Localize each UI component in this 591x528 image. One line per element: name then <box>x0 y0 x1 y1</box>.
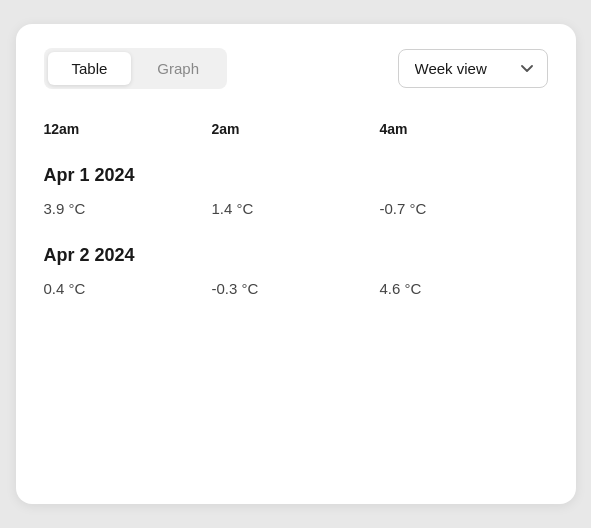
view-toggle-group: Table Graph <box>44 48 228 89</box>
time-header-12am: 12am <box>44 117 212 141</box>
week-view-select[interactable]: Week view Day view Month view <box>398 49 548 88</box>
temp-apr1-2am: 1.4 °C <box>212 200 380 217</box>
date-heading-apr1: Apr 1 2024 <box>44 165 548 186</box>
temp-apr2-12am: 0.4 °C <box>44 280 212 297</box>
main-card: Table Graph Week view Day view Month vie… <box>16 24 576 504</box>
temp-apr2-4am: 4.6 °C <box>380 280 548 297</box>
top-bar: Table Graph Week view Day view Month vie… <box>44 48 548 89</box>
temp-apr2-2am: -0.3 °C <box>212 280 380 297</box>
table-tab[interactable]: Table <box>48 52 132 85</box>
time-header-row: 12am 2am 4am <box>44 117 548 149</box>
temp-row-apr1: 3.9 °C 1.4 °C -0.7 °C <box>44 200 548 217</box>
temp-apr1-12am: 3.9 °C <box>44 200 212 217</box>
graph-tab[interactable]: Graph <box>133 52 223 85</box>
time-header-2am: 2am <box>212 117 380 141</box>
date-heading-apr2: Apr 2 2024 <box>44 245 548 266</box>
temp-row-apr2: 0.4 °C -0.3 °C 4.6 °C <box>44 280 548 297</box>
temp-apr1-4am: -0.7 °C <box>380 200 548 217</box>
date-section-apr1: Apr 1 2024 3.9 °C 1.4 °C -0.7 °C <box>44 165 548 217</box>
date-section-apr2: Apr 2 2024 0.4 °C -0.3 °C 4.6 °C <box>44 245 548 297</box>
time-header-4am: 4am <box>380 117 548 141</box>
